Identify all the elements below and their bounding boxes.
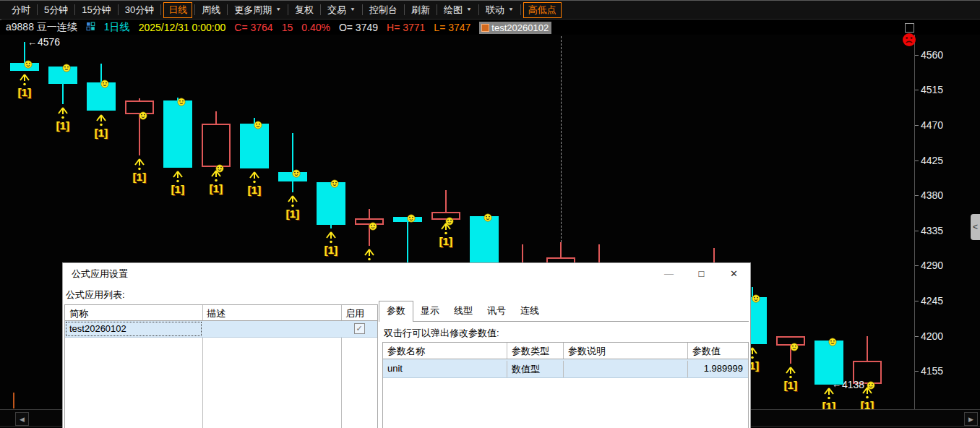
signal-circle-icon — [752, 293, 760, 301]
change-value: 15 — [282, 22, 293, 33]
price-axis-label: 4515 — [921, 84, 943, 95]
toolbar-item-30分钟[interactable]: 30分钟 — [119, 2, 160, 18]
toolbar-separator — [520, 4, 521, 15]
signal-circle-icon — [330, 178, 339, 187]
price-axis-label: 4200 — [921, 330, 943, 342]
period-label: 1日线 — [104, 21, 130, 34]
toolbar-item-高低点[interactable]: 高低点 — [523, 2, 562, 18]
formula-list-table[interactable]: 简称描述启用test20260102✓ — [64, 304, 378, 428]
toolbar-item-控制台[interactable]: 控制台 — [364, 2, 403, 18]
price-axis-tick — [915, 195, 919, 196]
candle-upper-wick — [292, 133, 293, 172]
tab-讯号[interactable]: 讯号 — [480, 301, 513, 322]
signal-label: [1] — [319, 244, 343, 256]
price-axis-tick — [915, 125, 919, 126]
price-axis-label: 4335 — [921, 225, 943, 236]
symbol-name: a9888 豆一连续 — [6, 21, 77, 34]
signal-arrow-icon — [134, 158, 145, 171]
toolbar-item-5分钟[interactable]: 5分钟 — [38, 2, 74, 18]
candle-body — [163, 100, 192, 168]
candle-lower-wick — [407, 222, 408, 266]
price-axis-label: 4290 — [921, 260, 943, 271]
price-annotation: ←4576 — [27, 36, 60, 48]
signal-circle-icon — [177, 96, 186, 105]
sad-face-icon — [902, 33, 916, 47]
tab-参数[interactable]: 参数 — [379, 301, 413, 322]
signal-label: [1] — [243, 184, 266, 196]
tab-连线[interactable]: 连线 — [513, 301, 546, 322]
signal-circle-icon — [790, 341, 799, 350]
candle-body — [240, 124, 269, 169]
signal-arrow-icon — [172, 170, 184, 184]
toolbar-item-label: 绘图 — [444, 4, 463, 17]
annotation-arrow-icon: ← — [832, 379, 841, 390]
annotation-text: 4138 — [842, 379, 864, 390]
param-header-3: 参数值 — [688, 343, 748, 359]
open-value: O= 3749 — [339, 22, 378, 33]
toolbar-separator — [194, 4, 195, 15]
toolbar-item-联动[interactable]: 联动▼ — [480, 2, 520, 18]
close-button[interactable]: ✕ — [718, 263, 750, 284]
date-guide-line — [561, 36, 562, 242]
param-header-1: 参数类型 — [507, 343, 564, 359]
toolbar-item-15分钟[interactable]: 15分钟 — [76, 2, 116, 18]
signal-circle-icon — [407, 213, 416, 221]
toolbar-item-周线[interactable]: 周线 — [196, 2, 226, 18]
toolbar-item-label: 30分钟 — [125, 4, 154, 17]
toolbar-item-分时[interactable]: 分时 — [6, 2, 36, 18]
signal-arrow-icon — [287, 194, 298, 208]
price-axis-label: 4380 — [921, 189, 943, 201]
price-axis-line — [914, 35, 915, 409]
param-header-0: 参数名称 — [383, 343, 507, 359]
low-value: L= 3747 — [434, 22, 470, 33]
param-table[interactable]: 参数名称参数类型参数说明参数值unit数值型1.989999 — [382, 342, 749, 428]
toolbar-separator — [160, 4, 161, 15]
toolbar-item-更多周期[interactable]: 更多周期▼ — [228, 2, 287, 18]
enable-checkbox[interactable]: ✓ — [354, 323, 365, 334]
annotation-arrow-icon: ← — [27, 37, 37, 48]
formula-list-label: 公式应用列表: — [66, 288, 125, 301]
candle-lower-wick — [330, 225, 332, 228]
collapse-panel-handle[interactable]: < — [971, 214, 980, 240]
list-cell-description — [202, 321, 341, 337]
candle-upper-wick — [867, 336, 868, 361]
overlay-badge[interactable]: test20260102 — [479, 22, 551, 34]
price-axis-label: 4425 — [921, 155, 943, 166]
tab-显示[interactable]: 显示 — [413, 301, 447, 322]
toolbar: 分时5分钟15分钟30分钟日线周线更多周期▼复权交易▼控制台刷新绘图▼联动▼高低… — [0, 0, 980, 20]
signal-circle-icon — [254, 119, 262, 128]
signal-circle-icon — [369, 221, 377, 229]
toolbar-item-日线[interactable]: 日线 — [163, 2, 192, 18]
signal-arrow-icon — [785, 366, 796, 380]
price-axis-label: 4470 — [921, 119, 943, 131]
toolbar-item-刷新[interactable]: 刷新 — [405, 2, 436, 18]
minimize-button[interactable]: — — [653, 263, 685, 284]
toolbar-item-绘图[interactable]: 绘图▼ — [438, 2, 478, 18]
price-axis-tick — [915, 301, 919, 301]
tab-线型[interactable]: 线型 — [447, 301, 480, 322]
signal-label: [1] — [817, 400, 841, 409]
signal-arrow-icon — [95, 114, 107, 127]
param-cell-name: unit — [383, 361, 507, 377]
param-cell-type: 数值型 — [507, 361, 564, 377]
candle-upper-wick — [215, 111, 217, 124]
candle-upper-wick — [560, 242, 562, 257]
signal-circle-icon — [24, 59, 33, 67]
scroll-right-button[interactable]: ▶ — [964, 412, 978, 426]
toolbar-item-交易[interactable]: 交易▼ — [322, 2, 361, 18]
toolbar-item-label: 分时 — [12, 4, 30, 17]
toolbar-item-复权[interactable]: 复权 — [289, 2, 319, 18]
toolbar-separator — [118, 4, 119, 15]
dialog-title: 公式应用设置 — [72, 268, 128, 281]
maximize-button[interactable]: □ — [685, 263, 718, 284]
list-table-row[interactable]: test20260102✓ — [65, 321, 377, 338]
dialog-titlebar[interactable]: 公式应用设置 —□✕ — [63, 263, 750, 284]
info-bar: a9888 豆一连续1日线2025/12/31 0:00:00C= 376415… — [0, 20, 980, 35]
scroll-left-button[interactable]: ◀ — [15, 412, 29, 426]
price-axis-tick — [915, 371, 919, 372]
list-header-0: 简称 — [65, 305, 202, 320]
dialog-tabs: 参数显示线型讯号连线 — [379, 303, 546, 322]
grid-icon — [86, 22, 95, 33]
param-table-row[interactable]: unit数值型1.989999 — [383, 359, 748, 378]
param-cell-description — [564, 361, 688, 377]
